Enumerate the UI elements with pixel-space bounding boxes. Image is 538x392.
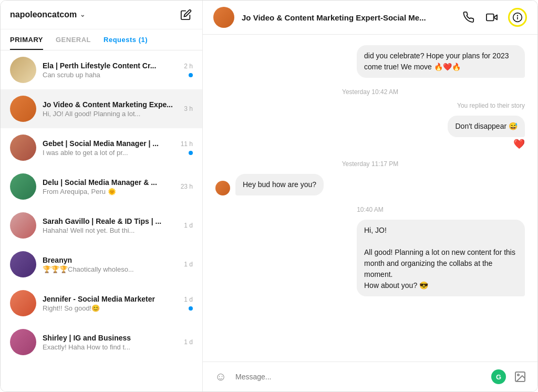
svg-marker-0 xyxy=(494,15,497,19)
conv-name: Jo Video & Content Marketing Expe... xyxy=(43,100,178,109)
conv-meta: 1 d xyxy=(184,222,193,229)
chat-contact-avatar xyxy=(213,7,234,28)
avatar xyxy=(10,57,36,83)
conv-preview: I was able to get a lot of pr... xyxy=(43,149,174,157)
list-item[interactable]: Jennifer - Social Media Marketer Right!!… xyxy=(1,284,202,323)
list-item[interactable]: Delu | Social Media Manager & ... From A… xyxy=(1,167,202,206)
conv-name: Breanyn xyxy=(43,256,178,264)
story-reply-label: You replied to their story xyxy=(215,102,525,109)
conv-name: Sarah Gavillo | Reale & ID Tips | ... xyxy=(43,217,178,225)
conv-time: 2 h xyxy=(184,63,193,70)
info-button[interactable] xyxy=(508,8,527,27)
conv-name: Shirley | IG and Business xyxy=(43,334,178,342)
compose-button[interactable] xyxy=(179,8,193,22)
list-item[interactable]: Shirley | IG and Business Exactly! Haha … xyxy=(1,323,202,362)
sender-avatar xyxy=(215,181,230,195)
conv-preview: From Arequipa, Peru 🌞 xyxy=(43,188,174,195)
conv-info: Ela | Perth Lifestyle Content Cr... Can … xyxy=(43,61,178,79)
message-bubble: Hey bud how are you? xyxy=(235,174,324,195)
avatar xyxy=(10,173,36,200)
message-row: Hey bud how are you? xyxy=(215,174,525,195)
account-name-label: napoleoncatcom xyxy=(10,10,77,19)
chat-header: Jo Video & Content Marketing Expert-Soci… xyxy=(203,1,537,35)
tab-requests[interactable]: Requests (1) xyxy=(104,29,148,50)
conv-meta: 11 h xyxy=(181,140,193,155)
conv-info: Delu | Social Media Manager & ... From A… xyxy=(43,178,174,195)
list-item[interactable]: Jo Video & Content Marketing Expe... Hi,… xyxy=(1,89,202,128)
conv-meta: 2 h xyxy=(184,63,193,77)
timestamp-label: 10:40 AM xyxy=(215,206,525,213)
avatar xyxy=(10,329,36,355)
conv-info: Sarah Gavillo | Reale & ID Tips | ... Ha… xyxy=(43,217,178,234)
conv-name: Delu | Social Media Manager & ... xyxy=(43,178,174,187)
conv-name: Ela | Perth Lifestyle Content Cr... xyxy=(43,61,178,70)
left-panel: napoleoncatcom ⌄ PRIMARY GENERAL Request… xyxy=(1,1,203,391)
message-input-area: ☺ G xyxy=(203,362,537,391)
unread-indicator xyxy=(189,306,193,311)
conv-info: Breanyn 🏆🏆🏆Chaotically wholeso... xyxy=(43,256,178,273)
svg-rect-1 xyxy=(487,14,494,21)
conv-time: 23 h xyxy=(181,183,193,190)
message-row: Don't disappear 😅 ❤️ xyxy=(215,116,525,150)
conv-info: Jennifer - Social Media Marketer Right!!… xyxy=(43,295,178,312)
svg-point-6 xyxy=(518,374,519,376)
heart-reaction: ❤️ xyxy=(513,138,525,150)
avatar xyxy=(10,251,36,277)
conv-preview: Hahaha! Well not yet. But thi... xyxy=(43,226,178,234)
unread-indicator xyxy=(189,151,193,155)
video-call-icon[interactable] xyxy=(485,11,499,24)
right-panel: Jo Video & Content Marketing Expert-Soci… xyxy=(203,1,537,391)
conv-info: Shirley | IG and Business Exactly! Haha … xyxy=(43,334,178,351)
conv-name: Gebet | Social Media Manager | ... xyxy=(43,139,174,148)
conv-time: 1 d xyxy=(184,261,193,268)
conv-info: Jo Video & Content Marketing Expe... Hi,… xyxy=(43,100,178,118)
grammar-icon-label: G xyxy=(496,373,501,381)
message-bubble: Don't disappear 😅 xyxy=(448,116,525,137)
conv-preview: Can scrub up haha xyxy=(43,71,178,79)
inbox-tabs: PRIMARY GENERAL Requests (1) xyxy=(1,29,202,50)
message-bubble: did you celebrate? Hope your plans for 2… xyxy=(357,45,525,78)
timestamp-label: Yesterday 11:17 PM xyxy=(215,160,525,168)
phone-icon[interactable] xyxy=(462,11,475,24)
grammar-check-button[interactable]: G xyxy=(491,369,506,384)
conv-preview: 🏆🏆🏆Chaotically wholeso... xyxy=(43,265,178,273)
list-item[interactable]: Ela | Perth Lifestyle Content Cr... Can … xyxy=(1,50,202,89)
chevron-down-icon: ⌄ xyxy=(80,11,85,18)
avatar xyxy=(10,212,36,239)
conv-preview: Right!! So good!😊 xyxy=(43,304,178,312)
emoji-button[interactable]: ☺ xyxy=(212,368,229,385)
conversation-list: Ela | Perth Lifestyle Content Cr... Can … xyxy=(1,50,202,391)
conv-info: Gebet | Social Media Manager | ... I was… xyxy=(43,139,174,157)
tab-general[interactable]: GENERAL xyxy=(56,29,91,50)
conv-meta: 3 h xyxy=(184,105,193,112)
list-item[interactable]: Breanyn 🏆🏆🏆Chaotically wholeso... 1 d xyxy=(1,245,202,284)
message-row: did you celebrate? Hope your plans for 2… xyxy=(215,45,525,78)
conv-preview: Hi, JO! All good! Planning a lot... xyxy=(43,110,178,118)
conv-preview: Exactly! Haha How to find t... xyxy=(43,343,178,351)
avatar xyxy=(10,135,36,161)
avatar xyxy=(10,96,36,122)
messages-area[interactable]: did you celebrate? Hope your plans for 2… xyxy=(203,35,537,362)
conv-name: Jennifer - Social Media Marketer xyxy=(43,295,178,303)
message-input[interactable] xyxy=(235,373,485,381)
media-attach-button[interactable] xyxy=(512,369,528,385)
list-item[interactable]: Gebet | Social Media Manager | ... I was… xyxy=(1,128,202,167)
chat-header-actions xyxy=(462,8,527,27)
chat-contact-name: Jo Video & Content Marketing Expert-Soci… xyxy=(242,13,454,22)
conv-meta: 1 d xyxy=(184,338,193,346)
avatar xyxy=(10,290,36,316)
conv-meta: 1 d xyxy=(184,296,193,311)
conv-time: 1 d xyxy=(184,296,193,303)
conv-time: 1 d xyxy=(184,338,193,346)
account-selector[interactable]: napoleoncatcom ⌄ xyxy=(10,10,85,19)
conv-time: 11 h xyxy=(181,140,193,148)
timestamp-label: Yesterday 10:42 AM xyxy=(215,88,525,96)
conv-time: 1 d xyxy=(184,222,193,229)
message-row: Hi, JO! All good! Planning a lot on new … xyxy=(215,220,525,296)
left-header: napoleoncatcom ⌄ xyxy=(1,1,202,29)
conv-time: 3 h xyxy=(184,105,193,112)
list-item[interactable]: Sarah Gavillo | Reale & ID Tips | ... Ha… xyxy=(1,206,202,245)
message-bubble: Hi, JO! All good! Planning a lot on new … xyxy=(357,220,525,296)
conv-meta: 23 h xyxy=(181,183,193,190)
tab-primary[interactable]: PRIMARY xyxy=(10,29,43,50)
